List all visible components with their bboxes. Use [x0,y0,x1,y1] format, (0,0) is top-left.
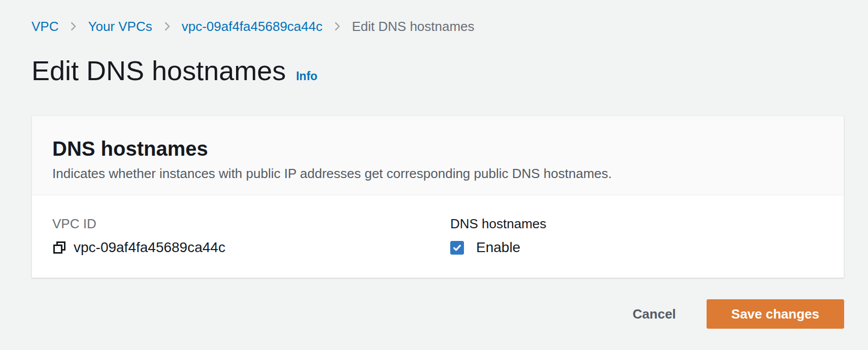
vpc-id-value-row: vpc-09af4fa45689ca44c [52,239,450,256]
dns-hostnames-card: DNS hostnames Indicates whether instance… [31,116,844,278]
card-title: DNS hostnames [52,136,823,161]
dns-hostnames-label: DNS hostnames [450,216,823,232]
breadcrumb-link-vpc-id[interactable]: vpc-09af4fa45689ca44c [182,18,323,34]
enable-checkbox-row: Enable [450,239,823,256]
breadcrumb-current: Edit DNS hostnames [352,18,474,34]
save-changes-button[interactable]: Save changes [707,299,844,329]
dns-hostnames-field: DNS hostnames Enable [450,216,823,256]
card-description: Indicates whether instances with public … [52,165,823,182]
enable-checkbox[interactable] [450,241,464,255]
chevron-right-icon [331,21,343,32]
page: VPC Your VPCs vpc-09af4fa45689ca44c Edit… [0,0,868,329]
card-body: VPC ID vpc-09af4fa45689ca44c DNS host [32,195,844,277]
copy-vpc-id-button[interactable] [52,240,66,255]
breadcrumb: VPC Your VPCs vpc-09af4fa45689ca44c Edit… [31,18,844,34]
chevron-right-icon [68,21,79,32]
footer-actions: Cancel Save changes [31,299,844,329]
info-link[interactable]: Info [296,69,317,83]
check-icon [452,243,462,253]
page-title: Edit DNS hostnames [31,55,286,86]
enable-checkbox-label[interactable]: Enable [476,239,520,256]
copy-icon [52,240,66,255]
chevron-right-icon [161,21,173,32]
vpc-id-value: vpc-09af4fa45689ca44c [74,239,225,256]
breadcrumb-link-your-vpcs[interactable]: Your VPCs [88,18,152,34]
vpc-id-label: VPC ID [52,216,450,232]
cancel-button[interactable]: Cancel [632,306,676,322]
vpc-id-field: VPC ID vpc-09af4fa45689ca44c [52,216,450,256]
breadcrumb-link-vpc[interactable]: VPC [31,18,58,34]
card-header: DNS hostnames Indicates whether instance… [32,116,844,195]
title-row: Edit DNS hostnames Info [31,55,844,86]
